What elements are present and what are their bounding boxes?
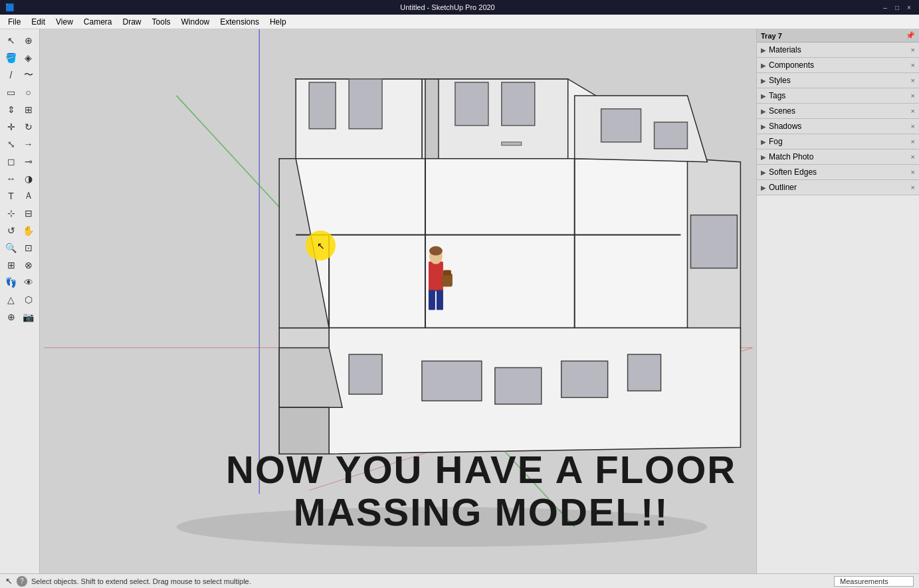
tray-pin-icon[interactable]: 📌	[906, 31, 915, 40]
look-around-tool[interactable]: 👁	[20, 274, 37, 290]
svg-rect-35	[429, 290, 435, 310]
move-tool[interactable]: ✛	[3, 118, 19, 135]
section-tool[interactable]: ⊟	[20, 205, 37, 221]
svg-rect-20	[422, 361, 482, 401]
axes-tool[interactable]: ⊹	[3, 205, 19, 221]
tray-section-soften-edges-header[interactable]: ▶ Soften Edges ×	[757, 165, 919, 179]
solid-tools[interactable]: ⊕	[3, 308, 19, 325]
svg-rect-22	[562, 361, 608, 397]
tray-section-match-photo-header[interactable]: ▶ Match Photo ×	[757, 149, 919, 164]
soften-edges-close-icon[interactable]: ×	[911, 168, 915, 176]
walk-tool[interactable]: 👣	[3, 274, 19, 290]
eraser-tool[interactable]: ◻	[3, 153, 19, 169]
shadows-close-icon[interactable]: ×	[911, 122, 915, 130]
tray-title: Tray 7	[761, 32, 782, 40]
fog-label: Fog	[769, 137, 783, 146]
tray-section-materials-header[interactable]: ▶ Materials ×	[757, 43, 919, 57]
match-photo-arrow-icon: ▶	[761, 153, 766, 161]
zoom-window-tool[interactable]: ⊡	[20, 239, 37, 256]
tray-section-materials: ▶ Materials ×	[757, 43, 919, 58]
push-pull-tool[interactable]: ⇕	[3, 101, 19, 118]
zoom-extents-tool[interactable]: ⊞	[3, 256, 19, 273]
maximize-button[interactable]: □	[892, 3, 902, 12]
zoom-tool[interactable]: 🔍	[3, 239, 19, 256]
util-tools-1: ◻ ⊸	[3, 153, 37, 169]
scale-tool[interactable]: ⤡	[3, 136, 19, 152]
status-icon[interactable]: ↖	[5, 576, 13, 586]
tray-section-outliner: ▶ Outliner ×	[757, 180, 919, 195]
line-tool[interactable]: /	[3, 66, 19, 83]
tape-measure-tool[interactable]: ⊸	[20, 153, 37, 169]
text-tool[interactable]: T	[3, 187, 19, 204]
scenes-label: Scenes	[769, 106, 795, 116]
menu-draw[interactable]: Draw	[118, 16, 147, 28]
materials-close-icon[interactable]: ×	[911, 46, 915, 54]
tray-section-tags-header[interactable]: ▶ Tags ×	[757, 88, 919, 103]
offset-tool[interactable]: ⊞	[20, 101, 37, 118]
svg-point-38	[429, 246, 443, 256]
viewport[interactable]: ↖ NOW YOU HAVE A FLOOR MASSING MODEL!!	[40, 29, 756, 573]
match-photo-close-icon[interactable]: ×	[911, 153, 915, 161]
menu-edit[interactable]: Edit	[26, 16, 51, 28]
tray-section-scenes-header[interactable]: ▶ Scenes ×	[757, 104, 919, 118]
pan-tool[interactable]: ✋	[20, 222, 37, 239]
styles-arrow-icon: ▶	[761, 77, 766, 84]
select-tool[interactable]: ↖	[3, 32, 19, 49]
menu-camera[interactable]: Camera	[78, 16, 118, 28]
sandbox-tools: △ ⬡	[3, 291, 37, 308]
freehand-tool[interactable]: 〜	[20, 66, 37, 83]
paint-bucket-tool[interactable]: 🪣	[3, 49, 19, 66]
dimension-tool[interactable]: ↔	[3, 170, 19, 187]
overlay-line1: NOW YOU HAVE A FLOOR	[226, 448, 736, 491]
stamp-tool[interactable]: ⬡	[20, 291, 37, 308]
tray-section-styles-header[interactable]: ▶ Styles ×	[757, 73, 919, 88]
draw-tools: / 〜	[3, 66, 37, 83]
camera-tools-3: ⊞ ⊗	[3, 256, 37, 273]
previous-view-tool[interactable]: ⊗	[20, 256, 37, 273]
help-icon[interactable]: ?	[17, 576, 27, 587]
menu-file[interactable]: File	[3, 16, 26, 28]
protractor-tool[interactable]: ◑	[20, 170, 37, 187]
circle-tool[interactable]: ○	[20, 84, 37, 100]
close-button[interactable]: ×	[904, 3, 914, 12]
outliner-close-icon[interactable]: ×	[911, 183, 915, 191]
menu-view[interactable]: View	[51, 16, 78, 28]
orbit-tool[interactable]: ↺	[3, 222, 19, 239]
edit-tools-3: ⤡ →	[3, 136, 37, 152]
svg-rect-14	[690, 215, 737, 268]
menu-window[interactable]: Window	[176, 16, 215, 28]
shadows-arrow-icon: ▶	[761, 123, 766, 130]
minimize-button[interactable]: –	[880, 3, 890, 12]
scene-canvas[interactable]: ↖ NOW YOU HAVE A FLOOR MASSING MODEL!!	[40, 29, 756, 573]
rectangle-tool[interactable]: ▭	[3, 84, 19, 100]
overlay-line2: MASSING MODEL!!	[226, 491, 736, 534]
rotate-tool[interactable]: ↻	[20, 118, 37, 135]
components-close-icon[interactable]: ×	[911, 61, 915, 69]
tray-section-fog-header[interactable]: ▶ Fog ×	[757, 134, 919, 149]
measurements-box[interactable]: Measurements	[834, 576, 914, 587]
status-text: Select objects. Shift to extend select. …	[31, 577, 251, 585]
menu-help[interactable]: Help	[264, 16, 292, 28]
fog-arrow-icon: ▶	[761, 138, 766, 146]
sandbox-tool[interactable]: △	[3, 291, 19, 308]
menu-tools[interactable]: Tools	[147, 16, 176, 28]
tray-section-outliner-header[interactable]: ▶ Outliner ×	[757, 180, 919, 195]
view-tools-1: ⊹ ⊟	[3, 205, 37, 221]
materials-label: Materials	[769, 45, 801, 54]
menu-extensions[interactable]: Extensions	[215, 16, 264, 28]
svg-marker-10	[279, 159, 740, 328]
scenes-close-icon[interactable]: ×	[911, 107, 915, 115]
advanced-camera[interactable]: 📷	[20, 308, 37, 325]
tray-section-shadows-header[interactable]: ▶ Shadows ×	[757, 119, 919, 134]
tags-close-icon[interactable]: ×	[911, 92, 915, 100]
material-tool[interactable]: ◈	[20, 49, 37, 66]
window-controls[interactable]: – □ ×	[880, 3, 914, 12]
tray-section-components: ▶ Components ×	[757, 58, 919, 73]
component-tool[interactable]: ⊕	[20, 32, 37, 49]
tray-section-components-header[interactable]: ▶ Components ×	[757, 58, 919, 72]
fog-close-icon[interactable]: ×	[911, 138, 915, 146]
follow-me-tool[interactable]: →	[20, 136, 37, 152]
styles-close-icon[interactable]: ×	[911, 76, 915, 84]
edit-tools-2: ✛ ↻	[3, 118, 37, 135]
3d-text-tool[interactable]: Ａ	[20, 187, 37, 204]
